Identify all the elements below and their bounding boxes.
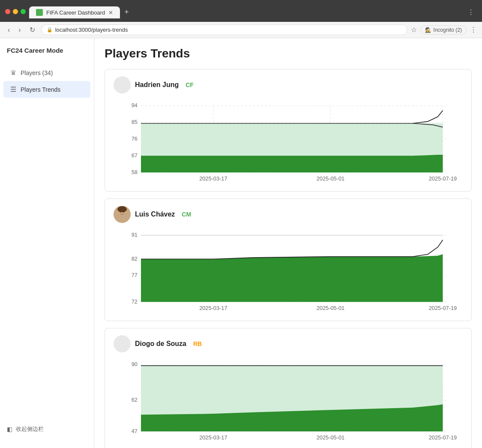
chart-svg: 94 85 76 67 58 2025-03-17 2025-05-01 202…	[114, 99, 463, 184]
app-container: FC24 Career Mode ♛ Players (34) ☰ Player…	[0, 38, 482, 448]
maximize-button[interactable]	[21, 9, 26, 14]
player-card-diogo-de-souza: Diogo de Souza RB 90 62 47	[105, 328, 472, 448]
reload-button[interactable]: ↻	[27, 25, 38, 35]
page-title: Players Trends	[105, 47, 472, 60]
collapse-icon: ◧	[7, 426, 12, 433]
minimize-button[interactable]	[13, 9, 18, 14]
tab-close-button[interactable]: ✕	[108, 9, 113, 16]
player-header: Hadrien Jung CF	[114, 76, 463, 93]
svg-point-21	[117, 213, 128, 221]
svg-text:58: 58	[132, 169, 138, 175]
sidebar: FC24 Career Mode ♛ Players (34) ☰ Player…	[0, 38, 94, 448]
tab-favicon	[36, 9, 43, 16]
svg-text:2025-05-01: 2025-05-01	[317, 435, 344, 441]
svg-text:2025-07-19: 2025-07-19	[429, 435, 457, 441]
new-tab-button[interactable]: +	[121, 6, 132, 18]
player-name: Hadrien Jung	[135, 81, 179, 89]
chart-luis-chavez: 91 82 77 72 2025-03-17 2025-05-01 2025-0…	[114, 228, 463, 314]
svg-text:77: 77	[132, 273, 138, 279]
list-icon: ☰	[10, 85, 16, 93]
svg-text:82: 82	[132, 256, 138, 262]
player-card-hadrien-jung: Hadrien Jung CF 94 85	[105, 69, 472, 192]
browser-chrome: FIFA Career Dashboard ✕ + ⋮	[0, 0, 482, 22]
incognito-icon: 🕵	[425, 27, 431, 33]
lock-icon: 🔒	[47, 27, 53, 33]
sidebar-collapse-button[interactable]: ◧ 收起侧边栏	[0, 418, 94, 440]
crown-icon: ♛	[10, 69, 16, 77]
svg-text:72: 72	[132, 299, 138, 305]
browser-tabs: FIFA Career Dashboard ✕ +	[29, 6, 132, 18]
svg-marker-40	[141, 254, 443, 302]
forward-button[interactable]: ›	[16, 25, 23, 35]
player-name: Luis Chávez	[135, 210, 175, 218]
svg-text:62: 62	[132, 397, 138, 403]
svg-text:2025-05-01: 2025-05-01	[317, 176, 344, 182]
back-button[interactable]: ‹	[5, 25, 12, 35]
chart-svg: 91 82 77 72 2025-03-17 2025-05-01 2025-0…	[114, 228, 463, 314]
svg-text:90: 90	[132, 361, 138, 367]
browser-menu-button[interactable]: ⋮	[465, 7, 477, 17]
svg-text:94: 94	[132, 102, 138, 108]
address-bar[interactable]: 🔒 localhost:3000/players-trends	[41, 24, 408, 35]
traffic-lights	[5, 9, 26, 14]
avatar-hadrien-jung	[114, 76, 131, 93]
player-position: RB	[193, 340, 202, 347]
browser-toolbar: ‹ › ↻ 🔒 localhost:3000/players-trends ☆ …	[0, 22, 482, 38]
player-position: CF	[186, 81, 194, 88]
sidebar-item-players-label: Players (34)	[21, 69, 53, 76]
browser-more-button[interactable]: ⋮	[470, 26, 477, 34]
svg-text:2025-05-01: 2025-05-01	[317, 305, 344, 311]
incognito-badge: 🕵 Incognito (2)	[420, 25, 467, 35]
sidebar-logo: FC24 Career Mode	[0, 47, 94, 64]
svg-text:85: 85	[132, 119, 138, 125]
sidebar-item-players-trends[interactable]: ☰ Players Trends	[3, 81, 90, 98]
incognito-label: Incognito (2)	[433, 27, 462, 33]
player-name: Diogo de Souza	[135, 340, 186, 348]
svg-marker-18	[141, 155, 443, 172]
player-card-luis-chavez: Luis Chávez CM 91 82 77	[105, 198, 472, 321]
chart-hadrien-jung: 94 85 76 67 58 2025-03-17 2025-05-01 202…	[114, 99, 463, 184]
svg-text:2025-03-17: 2025-03-17	[199, 176, 227, 182]
active-tab[interactable]: FIFA Career Dashboard ✕	[29, 6, 120, 18]
close-button[interactable]	[5, 9, 10, 14]
chart-svg: 90 62 47 2025-03-17 2025-05-01 2025-07-1…	[114, 358, 463, 443]
svg-text:2025-07-19: 2025-07-19	[429, 305, 457, 311]
avatar-diogo-de-souza	[114, 335, 131, 352]
player-header: Diogo de Souza RB	[114, 335, 463, 352]
bookmark-button[interactable]: ☆	[411, 26, 417, 34]
avatar-luis-chavez	[114, 206, 131, 223]
sidebar-item-players[interactable]: ♛ Players (34)	[3, 64, 90, 81]
svg-text:47: 47	[132, 428, 138, 434]
svg-point-24	[117, 206, 127, 212]
svg-text:2025-03-17: 2025-03-17	[199, 305, 227, 311]
svg-text:91: 91	[132, 232, 138, 238]
svg-text:2025-03-17: 2025-03-17	[199, 435, 227, 441]
player-position: CM	[182, 211, 191, 218]
address-text: localhost:3000/players-trends	[55, 27, 128, 33]
main-content: Players Trends Hadrien Jung CF	[94, 38, 482, 448]
sidebar-footer-label: 收起侧边栏	[16, 425, 44, 433]
svg-text:2025-07-19: 2025-07-19	[429, 176, 457, 182]
svg-text:67: 67	[132, 153, 138, 159]
tab-title: FIFA Career Dashboard	[46, 9, 105, 16]
player-header: Luis Chávez CM	[114, 206, 463, 223]
chart-diogo-de-souza: 90 62 47 2025-03-17 2025-05-01 2025-07-1…	[114, 358, 463, 443]
svg-text:76: 76	[132, 136, 138, 142]
sidebar-item-players-trends-label: Players Trends	[21, 86, 60, 93]
